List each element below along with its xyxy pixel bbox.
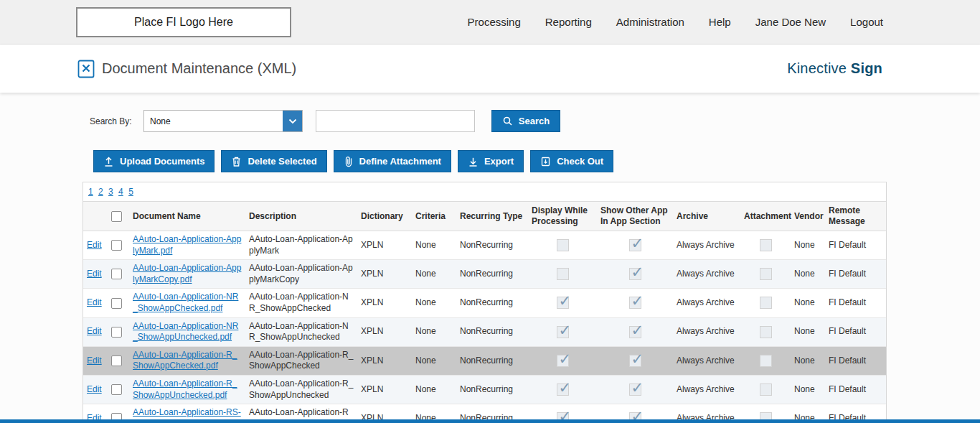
- row-checkbox[interactable]: [111, 327, 122, 338]
- criteria-cell: None: [412, 375, 456, 404]
- attachment-cell: [740, 231, 791, 260]
- document-name-cell: AAuto-Loan-Application-NR_ShowAppUncheck…: [129, 317, 245, 346]
- edit-cell: Edit: [83, 231, 108, 260]
- edit-link[interactable]: Edit: [87, 326, 102, 336]
- table-row[interactable]: EditAAuto-Loan-Application-ApplyMarkCopy…: [83, 260, 886, 289]
- document-name-link[interactable]: AAuto-Loan-Application-NR_ShowAppChecked…: [133, 292, 238, 313]
- page-title: Document Maintenance (XML): [102, 60, 296, 77]
- document-name-cell: AAuto-Loan-Application-ApplyMarkCopy.pdf: [129, 260, 245, 289]
- define-attachment-button[interactable]: Define Attachment: [334, 150, 451, 172]
- attachment-checkbox[interactable]: [760, 268, 772, 280]
- display-while-processing-checkbox[interactable]: [557, 384, 569, 396]
- table-row[interactable]: EditAAuto-Loan-Application-ApplyMark.pdf…: [83, 231, 886, 260]
- select-cell: [108, 289, 129, 317]
- display-while-processing-checkbox[interactable]: [557, 355, 569, 367]
- page-link-2[interactable]: 2: [98, 187, 103, 197]
- edit-link[interactable]: Edit: [87, 355, 102, 366]
- chevron-down-icon[interactable]: [283, 111, 302, 131]
- dictionary-cell: XPLN: [357, 289, 412, 317]
- description-cell: AAuto-Loan-Application-ApplyMarkCopy: [245, 260, 357, 289]
- display-while-processing-checkbox[interactable]: [557, 268, 569, 280]
- nav-user-jane-doe-new[interactable]: Jane Doe New: [755, 16, 826, 28]
- table-row[interactable]: EditAAuto-Loan-Application-R_ShowAppUnch…: [83, 375, 886, 404]
- display-while-processing-cell: [528, 231, 597, 260]
- nav-logout[interactable]: Logout: [850, 16, 883, 28]
- display-while-processing-checkbox[interactable]: [557, 297, 569, 309]
- show-other-app-checkbox[interactable]: [629, 297, 641, 309]
- attachment-checkbox[interactable]: [760, 384, 772, 396]
- document-name-link[interactable]: AAuto-Loan-Application-R_ShowAppChecked.…: [133, 350, 237, 371]
- search-button[interactable]: Search: [491, 110, 560, 132]
- footer-bar: [0, 419, 980, 423]
- dictionary-cell: XPLN: [357, 346, 412, 375]
- col-recurring-type: Recurring Type: [456, 202, 528, 231]
- show-other-app-checkbox[interactable]: [629, 355, 641, 367]
- document-name-link[interactable]: AAuto-Loan-Application-R_ShowAppUnchecke…: [133, 378, 237, 400]
- delete-selected-button[interactable]: Delete Selected: [221, 150, 326, 172]
- display-while-processing-checkbox[interactable]: [557, 239, 569, 251]
- attachment-checkbox[interactable]: [760, 239, 772, 251]
- check-out-label: Check Out: [557, 156, 603, 167]
- show-other-app-checkbox[interactable]: [629, 326, 641, 338]
- document-name-cell: AAuto-Loan-Application-R_ShowAppUnchecke…: [129, 375, 245, 404]
- nav-administration[interactable]: Administration: [616, 16, 684, 28]
- row-checkbox[interactable]: [111, 298, 122, 309]
- attachment-checkbox[interactable]: [760, 297, 772, 309]
- check-out-button[interactable]: Check Out: [530, 150, 613, 172]
- criteria-cell: None: [412, 346, 456, 375]
- upload-documents-button[interactable]: Upload Documents: [93, 150, 215, 172]
- attachment-cell: [740, 260, 791, 289]
- edit-link[interactable]: Edit: [87, 269, 102, 279]
- row-checkbox[interactable]: [111, 384, 122, 395]
- vendor-cell: None: [791, 346, 825, 375]
- document-name-link[interactable]: AAuto-Loan-Application-ApplyMark.pdf: [133, 234, 241, 256]
- display-while-processing-cell: [528, 375, 597, 404]
- attachment-checkbox[interactable]: [760, 355, 772, 367]
- show-other-app-checkbox[interactable]: [629, 268, 641, 280]
- table-row[interactable]: EditAAuto-Loan-Application-NR_ShowAppChe…: [83, 289, 886, 317]
- nav-processing[interactable]: Processing: [468, 16, 521, 28]
- select-all-checkbox[interactable]: [111, 211, 122, 222]
- search-by-dropdown[interactable]: None: [143, 110, 303, 132]
- page-header: Document Maintenance (XML) Kinective Sig…: [0, 45, 980, 93]
- nav-help[interactable]: Help: [709, 16, 731, 28]
- export-button[interactable]: Export: [458, 150, 524, 172]
- recurring-type-cell: NonRecurring: [456, 289, 528, 317]
- table-row[interactable]: EditAAuto-Loan-Application-NR_ShowAppUnc…: [83, 317, 886, 346]
- document-name-link[interactable]: AAuto-Loan-Application-NR_ShowAppUncheck…: [133, 321, 238, 343]
- xml-document-icon: [77, 60, 95, 78]
- nav-reporting[interactable]: Reporting: [545, 16, 592, 28]
- show-other-app-checkbox[interactable]: [629, 384, 641, 396]
- document-name-cell: AAuto-Loan-Application-NR_ShowAppChecked…: [129, 289, 245, 317]
- document-name-cell: AAuto-Loan-Application-R_ShowAppChecked.…: [129, 346, 245, 375]
- table-row[interactable]: EditAAuto-Loan-Application-R_ShowAppChec…: [83, 346, 886, 375]
- edit-link[interactable]: Edit: [87, 384, 102, 394]
- document-name-link[interactable]: AAuto-Loan-Application-ApplyMarkCopy.pdf: [133, 263, 241, 284]
- edit-link[interactable]: Edit: [87, 297, 102, 307]
- select-cell: [108, 375, 129, 404]
- col-description: Description: [245, 202, 357, 231]
- row-checkbox[interactable]: [111, 269, 122, 279]
- description-cell: AAuto-Loan-Application-ApplyMark: [245, 231, 357, 260]
- brand-name: Kinective: [787, 60, 851, 76]
- fi-logo-text: Place FI Logo Here: [134, 16, 233, 29]
- show-other-app-checkbox[interactable]: [629, 239, 641, 251]
- page-link-4[interactable]: 4: [118, 187, 123, 197]
- row-checkbox[interactable]: [111, 355, 122, 366]
- attachment-checkbox[interactable]: [760, 326, 772, 338]
- display-while-processing-checkbox[interactable]: [557, 326, 569, 338]
- description-cell: AAuto-Loan-Application-NR_ShowAppChecked: [245, 289, 357, 317]
- col-show-other-app: Show Other App In App Section: [597, 202, 673, 231]
- page-link-5[interactable]: 5: [128, 187, 133, 197]
- page-link-1[interactable]: 1: [88, 187, 93, 197]
- archive-cell: Always Archive: [673, 260, 740, 289]
- archive-cell: Always Archive: [673, 346, 740, 375]
- row-checkbox[interactable]: [111, 240, 122, 251]
- archive-cell: Always Archive: [673, 317, 740, 346]
- select-cell: [108, 231, 129, 260]
- search-input[interactable]: [316, 110, 475, 132]
- page-link-3[interactable]: 3: [108, 187, 113, 197]
- col-criteria: Criteria: [412, 202, 456, 231]
- edit-link[interactable]: Edit: [87, 240, 102, 250]
- attachment-cell: [740, 289, 791, 317]
